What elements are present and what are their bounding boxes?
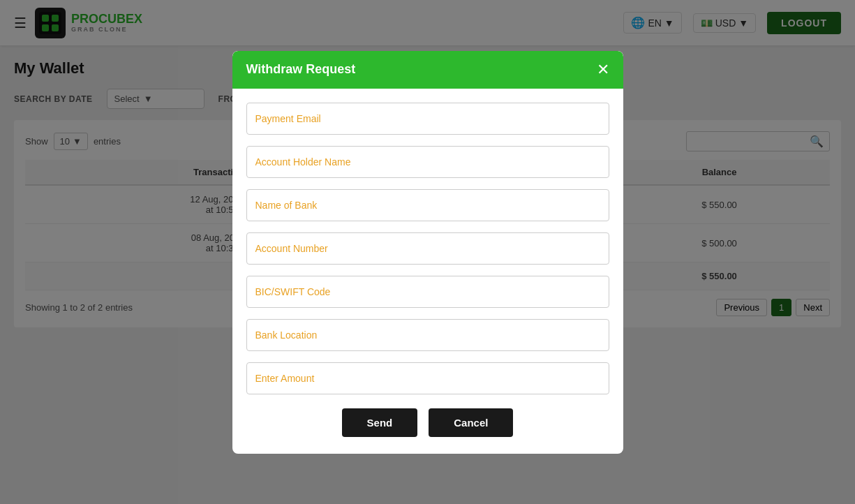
modal-close-button[interactable]: ✕ (597, 62, 609, 77)
payment-email-group (246, 103, 609, 135)
send-button[interactable]: Send (342, 408, 418, 437)
payment-email-input[interactable] (246, 103, 609, 135)
enter-amount-input[interactable] (246, 362, 609, 394)
account-holder-name-group (246, 146, 609, 178)
withdraw-modal: Withdraw Request ✕ (232, 51, 623, 454)
account-holder-name-input[interactable] (246, 146, 609, 178)
name-of-bank-group (246, 189, 609, 221)
bic-swift-group (246, 276, 609, 308)
account-number-input[interactable] (246, 232, 609, 265)
bank-location-input[interactable] (246, 319, 609, 351)
modal-body (232, 89, 623, 408)
modal-header: Withdraw Request ✕ (232, 51, 623, 89)
bank-location-group (246, 319, 609, 351)
name-of-bank-input[interactable] (246, 189, 609, 221)
modal-footer: Send Cancel (232, 408, 623, 454)
account-number-group (246, 232, 609, 265)
enter-amount-group (246, 362, 609, 394)
modal-overlay: Withdraw Request ✕ (0, 0, 855, 504)
bic-swift-input[interactable] (246, 276, 609, 308)
cancel-button[interactable]: Cancel (429, 408, 513, 437)
modal-title: Withdraw Request (246, 62, 356, 77)
